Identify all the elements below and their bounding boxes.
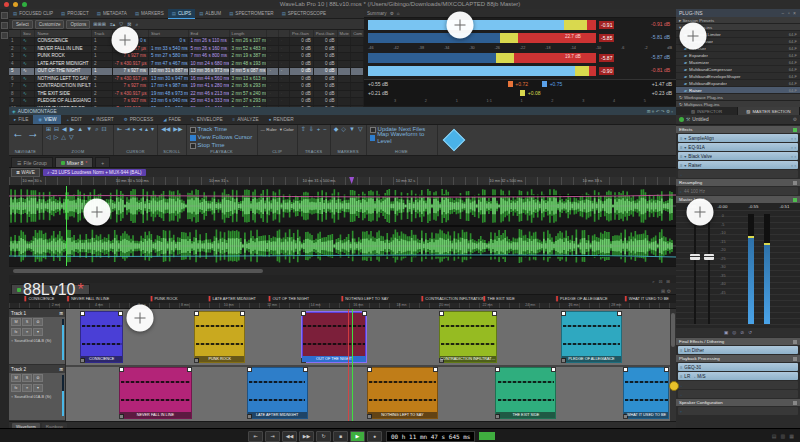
midi-icon[interactable]: ▤ bbox=[772, 433, 777, 439]
ribbon-tab-render[interactable]: ●RENDER bbox=[264, 115, 299, 124]
clip-what-it-used-to-be[interactable]: WHAT IT USED TO BE bbox=[623, 367, 669, 419]
track-button[interactable]: ≡ bbox=[22, 384, 32, 392]
meter-tab-label[interactable]: Summary bbox=[367, 11, 387, 16]
clip-never-fall-in-line[interactable]: NEVER FALL IN LINE bbox=[119, 367, 193, 419]
bypass-icon[interactable]: ⊘ bbox=[740, 330, 744, 335]
clip-out-of-the-night[interactable]: OUT OF THE NIGHT bbox=[301, 311, 367, 363]
ribbon-icon[interactable]: ▸ bbox=[133, 126, 136, 133]
ribbon-icon[interactable]: ◁ bbox=[46, 134, 51, 141]
wave-time-ruler[interactable]: 10 mn 30 s10 mn 30 s 500 ms10 mn 31 s10 … bbox=[9, 177, 676, 186]
speaker-config-header[interactable]: Speaker Configuration bbox=[676, 399, 800, 406]
wave-tab[interactable]: ≣ WAVE bbox=[11, 168, 40, 177]
ribbon-icon[interactable]: ◀◀ bbox=[161, 126, 170, 133]
table-row[interactable]: 7∿CONTRADICTION INFILTRATION17 s 927 ms1… bbox=[9, 83, 364, 91]
ribbon-tab-edit[interactable]: +EDIT bbox=[61, 115, 87, 124]
fader-handle[interactable] bbox=[690, 254, 700, 260]
plugin-item[interactable]: ▰MultibandExpander64-F bbox=[676, 80, 800, 87]
ribbon-icon[interactable]: ▽ bbox=[69, 134, 74, 141]
track-button[interactable]: M bbox=[11, 374, 21, 382]
gear-icon[interactable]: ⚙ bbox=[793, 117, 797, 122]
ruler-marker-icon[interactable] bbox=[349, 177, 354, 184]
fade-handle[interactable] bbox=[187, 367, 192, 372]
active-document-tab[interactable]: Mixer 8* bbox=[55, 157, 93, 167]
sort-icon[interactable]: ≡▴ bbox=[109, 21, 116, 27]
playback-slot[interactable]: + bbox=[678, 390, 798, 398]
help-icon[interactable]: ▦ bbox=[789, 433, 794, 439]
home-icon[interactable]: ⌂ bbox=[397, 11, 400, 16]
montage-vscroll-thumb[interactable] bbox=[671, 313, 675, 347]
fade-handle[interactable] bbox=[433, 367, 438, 372]
table-row[interactable]: 3∿PUNK ROCK17 s 927 ms5 mn 27 s 580 ms7 … bbox=[9, 53, 364, 61]
track-marker[interactable]: ▌NOTHING LEFT TO SAY bbox=[341, 296, 389, 301]
waveform-display[interactable] bbox=[9, 186, 676, 266]
ribbon-icon[interactable]: ▾ bbox=[151, 126, 154, 133]
options-button[interactable]: Options bbox=[66, 20, 90, 29]
ribbon-icon[interactable]: − bbox=[323, 126, 327, 133]
track-button[interactable]: ≡ bbox=[22, 328, 32, 336]
table-row[interactable]: 4∿LATE AFTER MIDNIGHT2-7 s 430.917 µs7 m… bbox=[9, 61, 364, 69]
table-row[interactable]: 2∿NEVER FALL IN LINE2-646.917 µs1 mn 33 … bbox=[9, 46, 364, 54]
ribbon-icon[interactable]: ⇤ bbox=[117, 126, 122, 133]
resampling-section-header[interactable]: Resampling bbox=[676, 179, 800, 186]
track-marker[interactable]: ▌CONSCIENCE bbox=[24, 296, 54, 301]
ribbon-icon[interactable]: + bbox=[317, 126, 321, 133]
column-header[interactable]: Post-Gain bbox=[314, 30, 338, 37]
track-marker[interactable]: ▌NEVER FALL IN LINE bbox=[67, 296, 109, 301]
playback-processing-header[interactable]: Playback Processing bbox=[676, 355, 800, 362]
resampling-slot[interactable]: ▸44 100 Hz bbox=[678, 187, 798, 195]
fade-handle[interactable] bbox=[301, 311, 306, 316]
zoom-knob[interactable] bbox=[669, 381, 679, 391]
reset-icon[interactable]: ↺ bbox=[748, 330, 752, 335]
ribbon-tab-insert[interactable]: ▾INSERT bbox=[87, 115, 119, 124]
fade-handle[interactable] bbox=[492, 311, 497, 316]
track-marker[interactable]: ▌THE EXIT SIDE bbox=[483, 296, 515, 301]
table-row[interactable]: 9∿PLEDGE OF ALLEGIANCE17 s 927 ms23 mn 6… bbox=[9, 98, 364, 106]
dither-slot[interactable]: ≡Lin Dither bbox=[678, 346, 798, 354]
montage-vscrollbar[interactable] bbox=[670, 309, 676, 421]
go-end-button[interactable]: ⇥ bbox=[265, 431, 280, 442]
effects-section-header[interactable]: Effects bbox=[676, 126, 800, 133]
effect-slot[interactable]: ≡▾SampleAlign▫▫ bbox=[678, 134, 798, 142]
column-header[interactable]: Name bbox=[35, 30, 92, 37]
window-buttons[interactable]: − ▫ × bbox=[782, 10, 797, 16]
column-header[interactable]: Sou bbox=[21, 30, 35, 37]
fade-handle[interactable] bbox=[551, 367, 556, 372]
plugin-item[interactable]: ▰Expander64-F bbox=[676, 52, 800, 59]
track-button[interactable]: S bbox=[22, 374, 32, 382]
ribbon-icon[interactable]: → bbox=[27, 126, 39, 140]
column-header[interactable]: Com bbox=[351, 30, 364, 37]
final-effects-header[interactable]: Final Effects / Dithering bbox=[676, 338, 800, 345]
tab-spectroscope[interactable]: ▤SPECTROSCOPE bbox=[278, 9, 330, 18]
loop-button[interactable]: ↻ bbox=[316, 431, 331, 442]
column-header[interactable]: Start bbox=[149, 30, 188, 37]
power-icon[interactable] bbox=[679, 117, 684, 122]
add-tab-button[interactable]: + bbox=[95, 157, 110, 167]
montage-marker-strip[interactable]: ▌CONSCIENCE▌NEVER FALL IN LINE▌PUNK ROCK… bbox=[9, 295, 676, 303]
column-header[interactable]: Length bbox=[230, 30, 268, 37]
ribbon-icon[interactable]: ▼ bbox=[349, 126, 355, 133]
forward-button[interactable]: ▶▶ bbox=[299, 431, 314, 442]
ribbon-icon[interactable]: ▲ bbox=[77, 126, 83, 133]
empty-effect-slot[interactable]: + bbox=[678, 170, 798, 178]
mute-icon[interactable]: ▣ bbox=[724, 330, 728, 335]
tab-spectrometer[interactable]: ▤SPECTROMETER bbox=[225, 9, 277, 18]
ribbon-icon[interactable]: ◂ bbox=[139, 126, 142, 133]
column-header[interactable]: Track bbox=[92, 30, 113, 37]
fade-handle[interactable] bbox=[617, 311, 622, 316]
ribbon-icon[interactable]: ⇩ bbox=[309, 126, 314, 133]
ribbon-icon[interactable]: — Ruler bbox=[261, 126, 277, 133]
column-header[interactable]: Pre-Gain bbox=[290, 30, 314, 37]
record-button[interactable]: ● bbox=[367, 431, 382, 442]
clip-conscience[interactable]: CONSCIENCE bbox=[80, 311, 123, 363]
rewind-button[interactable]: ◀◀ bbox=[282, 431, 297, 442]
fader-track[interactable] bbox=[694, 214, 696, 324]
speaker-config-slot[interactable]: ▾ bbox=[678, 407, 798, 415]
wave-scrollbar[interactable] bbox=[9, 266, 676, 275]
ribbon-checkbox[interactable]: Stop Time bbox=[190, 142, 225, 149]
ribbon-icon[interactable]: ▴ bbox=[145, 126, 148, 133]
effect-slot[interactable]: ≡▾EQ-91A▫▫ bbox=[678, 143, 798, 151]
table-row[interactable]: 6∿NOTHING LEFT TO SAY2-7 s 430.917 µs13 … bbox=[9, 76, 364, 84]
tab-focused-clip[interactable]: ▤FOCUSED CLIP bbox=[9, 9, 57, 18]
fade-handle[interactable] bbox=[247, 367, 252, 372]
clip-the-exit-side[interactable]: THE EXIT SIDE bbox=[495, 367, 556, 419]
